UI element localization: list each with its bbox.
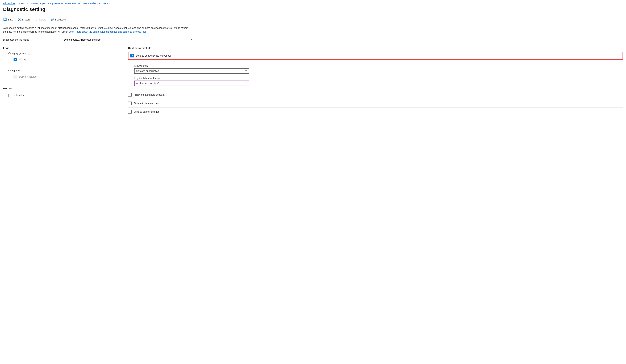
send-partner-row[interactable]: Send to partner solution: [128, 108, 623, 116]
category-groups-label: Category groups i: [8, 52, 125, 55]
chevron-right-icon: ›: [48, 2, 49, 5]
chevron-right-icon: ›: [109, 2, 110, 5]
divider: [8, 83, 119, 83]
subscription-label: Subscription: [134, 65, 623, 67]
send-partner-checkbox[interactable]: [128, 110, 132, 114]
delivery-failures-row: DeliveryFailures: [14, 74, 125, 80]
breadcrumb-topic[interactable]: topic01stg-811a624a-8a77-437e-89de-dfeb5…: [50, 2, 108, 5]
delivery-failures-checkbox: [14, 75, 17, 79]
stream-eventhub-checkbox[interactable]: [128, 102, 132, 105]
page-title-row: Diagnostic setting …: [3, 7, 623, 12]
category-groups-text: Category groups: [8, 52, 26, 55]
required-asterisk: *: [29, 38, 30, 41]
send-law-checkbox[interactable]: [130, 54, 134, 57]
trash-icon: [35, 18, 38, 21]
more-actions-icon[interactable]: …: [48, 8, 51, 11]
all-logs-label: allLogs: [19, 58, 27, 61]
name-label: Diagnostic setting name*: [3, 38, 59, 41]
feedback-label: Feedback: [55, 18, 66, 21]
discard-button[interactable]: Discard: [18, 17, 31, 22]
all-metrics-label: AllMetrics: [14, 94, 25, 97]
delete-button: Delete: [35, 17, 46, 22]
chevron-down-icon: [245, 70, 247, 72]
description-text: A diagnostic setting specifies a list of…: [3, 26, 194, 34]
page-title: Diagnostic setting: [3, 7, 45, 12]
name-row: Diagnostic setting name* ✓: [3, 37, 623, 42]
discard-label: Discard: [22, 18, 30, 21]
archive-storage-row[interactable]: Archive to a storage account: [128, 91, 623, 99]
delivery-failures-label: DeliveryFailures: [19, 75, 37, 78]
all-logs-checkbox[interactable]: [14, 58, 17, 61]
send-partner-label: Send to partner solution: [134, 110, 159, 113]
save-label: Save: [8, 18, 13, 21]
toolbar: Save Discard Delete Feedback: [3, 17, 623, 24]
law-value: workspace ( westus2 ): [136, 82, 160, 84]
subscription-select[interactable]: Contoso subscription: [134, 68, 249, 74]
chevron-right-icon: ›: [17, 2, 18, 5]
destination-heading: Destination details: [128, 46, 623, 49]
stream-eventhub-row[interactable]: Stream to an event hub: [128, 99, 623, 108]
learn-more-link[interactable]: Learn more about the different log categ…: [69, 30, 146, 33]
svg-point-3: [51, 19, 52, 20]
divider: [8, 100, 119, 100]
send-law-row[interactable]: Send to Log Analytics workspace: [130, 53, 621, 58]
feedback-icon: [51, 18, 54, 21]
law-label: Log Analytics workspace: [134, 77, 623, 80]
archive-storage-label: Archive to a storage account: [134, 93, 164, 96]
breadcrumb-event-grid[interactable]: Event Grid System Topics: [19, 2, 47, 5]
all-metrics-checkbox[interactable]: [8, 94, 12, 97]
send-law-label: Send to Log Analytics workspace: [136, 54, 171, 57]
logs-heading: Logs: [3, 46, 125, 49]
diagnostic-name-input[interactable]: [62, 37, 194, 42]
send-law-highlight: Send to Log Analytics workspace: [128, 52, 623, 60]
check-icon: ✓: [190, 38, 192, 41]
info-icon[interactable]: i: [28, 52, 30, 54]
categories-label: Categories: [8, 69, 125, 72]
close-icon: [18, 18, 21, 21]
all-metrics-row[interactable]: AllMetrics: [8, 92, 125, 99]
svg-rect-1: [4, 18, 6, 19]
law-select[interactable]: workspace ( westus2 ): [134, 81, 249, 86]
all-logs-row[interactable]: allLogs: [14, 56, 125, 63]
breadcrumb-all-services[interactable]: All services: [3, 2, 15, 5]
name-label-text: Diagnostic setting name: [3, 38, 29, 41]
feedback-button[interactable]: Feedback: [50, 17, 66, 22]
stream-eventhub-label: Stream to an event hub: [134, 102, 159, 105]
delete-label: Delete: [39, 18, 46, 21]
save-button[interactable]: Save: [3, 17, 14, 22]
subscription-value: Contoso subscription: [136, 70, 159, 72]
chevron-down-icon: [245, 82, 247, 84]
archive-storage-checkbox[interactable]: [128, 93, 132, 96]
svg-rect-2: [4, 20, 6, 21]
save-icon: [3, 18, 7, 21]
metrics-heading: Metrics: [3, 87, 125, 90]
breadcrumb: All services › Event Grid System Topics …: [3, 2, 623, 5]
